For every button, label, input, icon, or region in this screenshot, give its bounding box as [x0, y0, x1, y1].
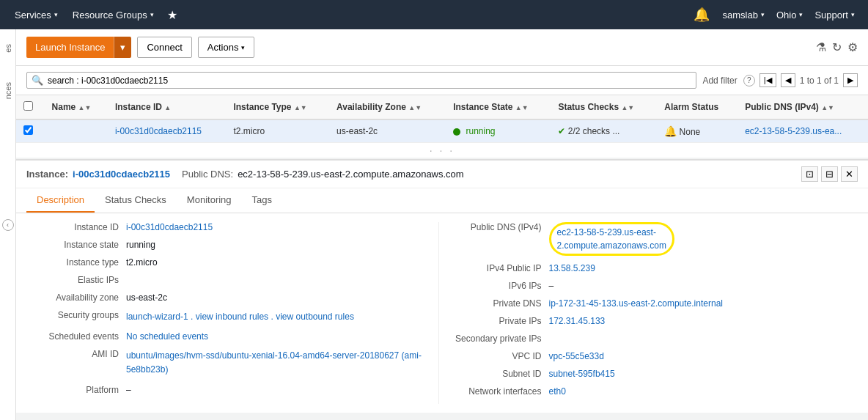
detail-row-platform: Platform –: [31, 385, 431, 395]
pagination-next-button[interactable]: ▶: [843, 73, 858, 87]
launch-instance-caret-button[interactable]: ▾: [114, 37, 131, 58]
user-caret-icon: ▾: [761, 11, 765, 18]
detail-key-subnet-id: Subnet ID: [454, 369, 549, 379]
col-name[interactable]: Name ▲▼: [45, 95, 108, 119]
row-name: [45, 119, 108, 143]
connect-button[interactable]: Connect: [137, 37, 191, 58]
nav-region[interactable]: Ohio ▾: [770, 0, 809, 29]
detail-row-scheduled-events: Scheduled events No scheduled events: [31, 331, 431, 342]
select-all-checkbox[interactable]: [23, 101, 33, 111]
detail-key-platform: Platform: [31, 385, 126, 395]
search-icon: 🔍: [32, 75, 43, 86]
nav-bell[interactable]: 🔔: [686, 7, 717, 23]
detail-panel-resize-2[interactable]: ⊟: [821, 166, 838, 182]
tab-description[interactable]: Description: [26, 188, 95, 213]
detail-key-secondary-private-ips: Secondary private IPs: [454, 334, 549, 344]
detail-row-security-groups: Security groups launch-wizard-1 . view i…: [31, 310, 431, 324]
sidebar-label-ec: es: [4, 44, 12, 53]
table-row[interactable]: i-00c31d0cdaecb2115 t2.micro us-east-2c …: [16, 119, 868, 143]
col-instance-state[interactable]: Instance State ▲▼: [446, 95, 551, 119]
instance-type-sort-icon: ▲▼: [294, 104, 307, 111]
detail-val-instance-state: running: [126, 240, 155, 250]
actions-button[interactable]: Actions ▾: [198, 37, 255, 58]
detail-key-security-groups: Security groups: [31, 310, 126, 320]
row-status-checks: ✔ 2/2 checks ...: [551, 119, 657, 143]
toolbar: Launch Instance ▾ Connect Actions ▾ ⚗ ↻ …: [16, 29, 868, 66]
detail-row-vpc-id: VPC ID vpc-55c5e33d: [454, 351, 854, 361]
security-group-link[interactable]: launch-wizard-1: [126, 312, 188, 322]
detail-val-security-groups: launch-wizard-1 . view inbound rules . v…: [126, 310, 354, 324]
detail-key-az: Availability zone: [31, 292, 126, 303]
detail-public-dns-label: Public DNS:: [182, 169, 233, 180]
launch-instance-button[interactable]: Launch Instance: [26, 37, 114, 58]
detail-panel-resize-1[interactable]: ⊡: [801, 166, 818, 182]
detail-val-instance-id[interactable]: i-00c31d0cdaecb2115: [126, 222, 213, 232]
sidebar: ‹ es nces: [0, 29, 16, 420]
detail-row-private-dns: Private DNS ip-172-31-45-133.us-east-2.c…: [454, 298, 854, 309]
row-checkbox[interactable]: [23, 125, 33, 135]
tab-tags[interactable]: Tags: [242, 188, 282, 213]
nav-user[interactable]: samslab ▾: [717, 0, 770, 29]
detail-header: Instance: i-00c31d0cdaecb2115 Public DNS…: [16, 161, 868, 188]
nav-services[interactable]: Services ▾: [7, 0, 65, 29]
nav-support[interactable]: Support ▾: [809, 0, 861, 29]
col-availability-zone[interactable]: Availability Zone ▲▼: [329, 95, 446, 119]
detail-key-public-dns: Public DNS (IPv4): [454, 222, 549, 232]
settings-icon[interactable]: ⚙: [847, 40, 858, 54]
sidebar-toggle[interactable]: ‹: [2, 219, 14, 231]
detail-val-ipv4-public[interactable]: 13.58.5.239: [549, 263, 595, 273]
support-caret-icon: ▾: [851, 11, 855, 18]
search-box[interactable]: 🔍: [26, 72, 696, 89]
detail-row-instance-id: Instance ID i-00c31d0cdaecb2115: [31, 222, 431, 232]
nav-resource-groups[interactable]: Resource Groups ▾: [65, 0, 161, 29]
launch-instance-button-group: Launch Instance ▾: [26, 37, 131, 58]
public-dns-highlight[interactable]: ec2-13-58-5-239.us-east-2.compute.amazon…: [549, 222, 674, 256]
col-alarm-status[interactable]: Alarm Status: [657, 95, 738, 119]
detail-val-private-dns[interactable]: ip-172-31-45-133.us-east-2.compute.inter…: [549, 298, 723, 309]
add-filter-label[interactable]: Add filter: [702, 75, 737, 86]
top-nav: Services ▾ Resource Groups ▾ ★ 🔔 samslab…: [0, 0, 868, 29]
detail-val-network-interfaces[interactable]: eth0: [549, 386, 566, 397]
detail-key-scheduled-events: Scheduled events: [31, 331, 126, 342]
col-public-dns[interactable]: Public DNS (IPv4) ▲▼: [738, 95, 868, 119]
az-sort-icon: ▲▼: [408, 104, 422, 111]
detail-val-vpc-id[interactable]: vpc-55c5e33d: [549, 351, 604, 361]
detail-panel: Instance: i-00c31d0cdaecb2115 Public DNS…: [16, 159, 868, 413]
detail-row-ipv6: IPv6 IPs –: [454, 281, 854, 291]
ami-link[interactable]: ubuntu/images/hvm-ssd/ubuntu-xenial-16.0…: [126, 350, 422, 375]
detail-val-instance-type: t2.micro: [126, 257, 158, 268]
col-instance-type[interactable]: Instance Type ▲▼: [226, 95, 329, 119]
dns-sort-icon: ▲▼: [821, 104, 834, 111]
detail-row-network-interfaces: Network interfaces eth0: [454, 386, 854, 397]
detail-key-instance-id: Instance ID: [31, 222, 126, 232]
detail-key-elastic-ips: Elastic IPs: [31, 275, 126, 285]
nav-star[interactable]: ★: [161, 0, 183, 29]
resource-groups-caret-icon: ▾: [150, 11, 154, 18]
state-sort-icon: ▲▼: [515, 104, 529, 111]
search-input[interactable]: [48, 75, 691, 86]
detail-val-private-ips[interactable]: 172.31.45.133: [549, 316, 606, 326]
beaker-icon[interactable]: ⚗: [816, 40, 826, 54]
row-instance-id[interactable]: i-00c31d0cdaecb2115: [108, 119, 226, 143]
detail-val-scheduled-events[interactable]: No scheduled events: [126, 331, 208, 342]
detail-panel-close[interactable]: ✕: [841, 166, 858, 182]
tab-monitoring[interactable]: Monitoring: [177, 188, 242, 213]
detail-public-dns-value: ec2-13-58-5-239.us-east-2.compute.amazon…: [238, 169, 464, 180]
col-instance-id[interactable]: Instance ID ▲: [108, 95, 226, 119]
refresh-icon[interactable]: ↻: [832, 40, 842, 54]
tab-status-checks[interactable]: Status Checks: [95, 188, 177, 213]
detail-content: Instance ID i-00c31d0cdaecb2115 Instance…: [16, 213, 868, 413]
detail-key-instance-state: Instance state: [31, 240, 126, 250]
detail-val-subnet-id[interactable]: subnet-595fb415: [549, 369, 615, 379]
detail-instance-id[interactable]: i-00c31d0cdaecb2115: [73, 169, 170, 180]
inbound-rules-link[interactable]: view inbound rules: [196, 312, 268, 322]
help-icon[interactable]: ?: [743, 75, 755, 86]
pagination-prev-button[interactable]: ◀: [781, 73, 795, 87]
detail-row-private-ips: Private IPs 172.31.45.133: [454, 316, 854, 326]
detail-row-ami-id: AMI ID ubuntu/images/hvm-ssd/ubuntu-xeni…: [31, 349, 431, 377]
row-alarm-status: 🔔 None: [657, 119, 738, 143]
pagination-first-button[interactable]: |◀: [760, 73, 776, 87]
outbound-rules-link[interactable]: view outbound rules: [276, 312, 354, 322]
col-status-checks[interactable]: Status Checks ▲▼: [551, 95, 657, 119]
row-az: us-east-2c: [329, 119, 446, 143]
